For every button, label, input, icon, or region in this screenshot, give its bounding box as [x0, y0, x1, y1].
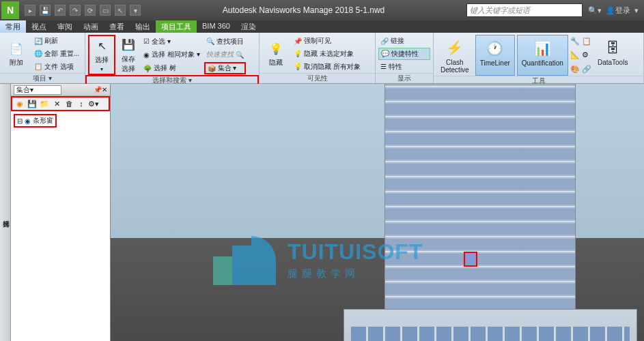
tab-render[interactable]: 渲染 — [236, 20, 262, 33]
search-go-icon[interactable]: 🔍 — [236, 51, 244, 59]
hide-unselected-button[interactable]: 💡隐藏 未选定对象 — [292, 48, 363, 60]
quick-access-toolbar: ▸ 💾 ↶ ↷ ⟳ ▭ ↖ ▾ — [25, 5, 141, 16]
sets-tree: ⊟ ◉ 条形窗 — [11, 111, 110, 341]
quantification-button[interactable]: 📊Quantification — [517, 35, 568, 76]
main-area: 选择树 集合 ▾ 📌 ✕ ◉ 💾 📁 ✕ 🗑 ↕ ⚙▾ ⊟ ◉ 条形窗 — [0, 84, 644, 341]
clash-icon: ⚡ — [444, 37, 466, 59]
watermark-sub: 腿腿教学网 — [288, 267, 423, 280]
tool-6-icon[interactable]: 🔗 — [582, 65, 591, 74]
qprop-icon: 💬 — [381, 50, 389, 57]
reset-icon: 🌐 — [34, 50, 42, 57]
more-icon[interactable]: ▾ — [130, 5, 141, 16]
panel-visibility: 💡隐藏 📌强制可见 💡隐藏 未选定对象 💡取消隐藏 所有对象 可见性 — [260, 33, 376, 83]
unhide-all-button[interactable]: 💡取消隐藏 所有对象 — [292, 61, 363, 73]
window-title: Autodesk Navisworks Manage 2018 5-1.nwd — [141, 5, 466, 15]
datatools-button[interactable]: 🗄DataTools — [593, 35, 632, 76]
tree-item-window[interactable]: ⊟ ◉ 条形窗 — [14, 114, 57, 128]
menu-icon[interactable]: ▾ — [634, 6, 639, 15]
tab-home[interactable]: 常用 — [0, 20, 26, 33]
find-icon: 🔍 — [206, 38, 214, 45]
tool-1-icon[interactable]: 🔧 — [570, 37, 580, 46]
panel-label-display: 显示 — [376, 73, 433, 83]
select-button[interactable]: ↖选择▾ — [88, 35, 115, 75]
properties-button[interactable]: ☰特性 — [378, 61, 430, 73]
tab-viewpoint[interactable]: 视点 — [26, 20, 52, 33]
attach-icon: 📄 — [8, 40, 25, 57]
data-icon: 🗄 — [602, 37, 624, 59]
tool-2-icon[interactable]: 📐 — [570, 50, 580, 59]
find-items-button[interactable]: 🔍查找项目 — [204, 35, 246, 48]
force-visible-button[interactable]: 📌强制可见 — [292, 35, 363, 47]
watermark: TUITUISOFT 腿腿教学网 — [213, 234, 423, 285]
sets-dropdown[interactable]: 集合 ▾ — [14, 85, 61, 95]
title-bar: N ▸ 💾 ↶ ↷ ⟳ ▭ ↖ ▾ Autodesk Navisworks Ma… — [0, 0, 644, 20]
tab-review[interactable]: 审阅 — [52, 20, 78, 33]
set-del-icon[interactable]: 🗑 — [64, 99, 74, 108]
tab-output[interactable]: 输出 — [130, 20, 156, 33]
cursor-icon: ↖ — [94, 38, 110, 54]
save-select-icon: 💾 — [120, 37, 137, 53]
set-more-icon[interactable]: ⚙▾ — [89, 99, 98, 108]
set-folder-icon[interactable]: 📁 — [40, 99, 49, 108]
tree-icon: 🌳 — [143, 65, 152, 72]
set-save-icon[interactable]: 💾 — [27, 99, 37, 108]
login-button[interactable]: 👤登录 — [606, 5, 630, 16]
force-icon: 📌 — [294, 38, 302, 45]
links-button[interactable]: 🔗链接 — [378, 35, 430, 47]
undo-icon[interactable]: ↶ — [55, 5, 66, 16]
app-icon[interactable]: N — [1, 1, 19, 19]
selectall-icon: ☑ — [143, 38, 150, 45]
tool-4-icon[interactable]: 📋 — [582, 37, 591, 46]
tree-expand-icon[interactable]: ⊟ — [17, 117, 23, 125]
arrow-icon[interactable]: ↖ — [115, 5, 126, 16]
panel-project: 📄附加 🔄刷新 🌐全部 重置... 📋文件 选项 项目 ▾ — [0, 33, 85, 83]
timeliner-icon: 🕐 — [484, 38, 506, 59]
select-tree-button[interactable]: 🌳选择 树 — [141, 62, 202, 74]
refresh-button[interactable]: 🔄刷新 — [32, 35, 81, 47]
save-select-button[interactable]: 💾保存 选择 — [117, 35, 139, 75]
set-x-icon[interactable]: ✕ — [52, 99, 61, 108]
tab-animation[interactable]: 动画 — [78, 20, 104, 33]
tool-3-icon[interactable]: 🎨 — [570, 65, 580, 74]
timeliner-button[interactable]: 🕐TimeLiner — [475, 35, 515, 76]
quick-prop-button[interactable]: 💬快捷特性 — [378, 48, 430, 60]
hide-button[interactable]: 💡隐藏 — [262, 35, 290, 73]
pin-icon[interactable]: 📌 — [94, 86, 102, 93]
open-icon[interactable]: ▸ — [25, 5, 36, 16]
tab-project-tools[interactable]: 项目工具 — [156, 20, 197, 33]
watermark-brand: TUITUISOFT — [288, 239, 423, 265]
select-icon[interactable]: ▭ — [100, 5, 111, 16]
select-same-button[interactable]: ◉选择 相同对象 ▾ — [141, 48, 202, 61]
panel-label-project[interactable]: 项目 ▾ — [0, 73, 85, 83]
search-input[interactable]: 键入关键字或短语 — [466, 3, 583, 17]
tab-bim360[interactable]: BIM 360 — [197, 20, 236, 33]
close-icon[interactable]: ✕ — [102, 86, 107, 93]
tool-5-icon[interactable]: ⚙ — [582, 50, 591, 59]
clash-button[interactable]: ⚡Clash Detective — [436, 35, 473, 76]
sets-button[interactable]: 📦集合 ▾ — [204, 62, 246, 74]
search-icon[interactable]: 🔍▾ — [588, 6, 602, 15]
side-tab-select-tree[interactable]: 选择树 — [0, 84, 11, 341]
link-icon: 🔗 — [380, 38, 389, 45]
redo-icon[interactable]: ↷ — [70, 5, 81, 16]
3d-viewport[interactable]: FGD2151/34 TUITUISOFT 腿腿教学网 — [111, 84, 644, 341]
set-item-icon: ◉ — [25, 117, 31, 125]
set-new-icon[interactable]: ◉ — [15, 99, 25, 108]
panel-label-visibility: 可见性 — [260, 73, 375, 83]
title-right: 🔍▾ 👤登录 ▾ — [588, 5, 639, 16]
refresh-icon[interactable]: ⟳ — [85, 5, 96, 16]
tab-view[interactable]: 查看 — [104, 20, 130, 33]
save-icon[interactable]: 💾 — [40, 5, 51, 16]
file-options-button[interactable]: 📋文件 选项 — [32, 61, 81, 73]
set-up-icon[interactable]: ↕ — [76, 99, 86, 108]
sets-icon: 📦 — [208, 65, 216, 72]
panel-select-search: ↖选择▾ 💾保存 选择 ☑全选 ▾ ◉选择 相同对象 ▾ 🌳选择 树 🔍查找项目… — [85, 33, 260, 83]
attach-button[interactable]: 📄附加 — [3, 35, 30, 73]
sets-panel: 集合 ▾ 📌 ✕ ◉ 💾 📁 ✕ 🗑 ↕ ⚙▾ ⊟ ◉ 条形窗 — [11, 84, 111, 341]
panel-tools: ⚡Clash Detective 🕐TimeLiner 📊Quantificat… — [434, 33, 644, 83]
select-all-button[interactable]: ☑全选 ▾ — [141, 35, 202, 48]
quick-find-input[interactable]: 快速查找🔍 — [204, 48, 246, 61]
selected-window-highlight[interactable] — [464, 252, 477, 267]
quant-icon: 📊 — [531, 38, 553, 59]
reset-button[interactable]: 🌐全部 重置... — [32, 48, 81, 60]
